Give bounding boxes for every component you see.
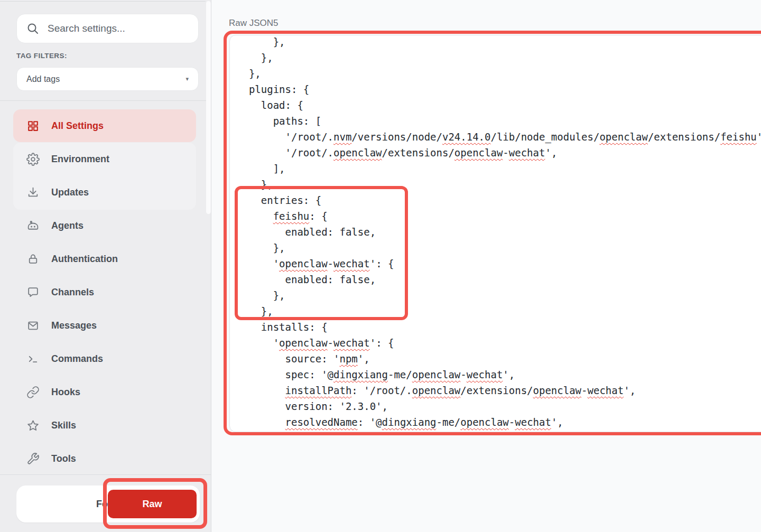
- sidebar-item-label: Agents: [51, 220, 83, 231]
- envelope-icon: [26, 319, 40, 332]
- code-line: },: [237, 179, 273, 190]
- sidebar-item-authentication[interactable]: Authentication: [13, 242, 196, 275]
- sidebar-item-label: Authentication: [51, 254, 118, 265]
- raw-json-editor[interactable]: }, }, }, plugins: { load: { paths: [ '/r…: [229, 35, 761, 432]
- lock-icon: [26, 253, 40, 266]
- sidebar-item-commands[interactable]: Commands: [13, 342, 196, 375]
- code-line: enabled: false,: [237, 226, 376, 238]
- sidebar-item-label: Messages: [51, 320, 97, 331]
- terminal-icon: [26, 352, 40, 366]
- search-placeholder: Search settings...: [48, 23, 125, 34]
- sidebar-item-tools[interactable]: Tools: [13, 442, 196, 475]
- code-line: plugins: {: [237, 83, 309, 95]
- code-line: resolvedName: '@dingxiang-me/openclaw-we…: [237, 416, 563, 428]
- sidebar-item-hooks[interactable]: Hooks: [13, 376, 196, 408]
- add-tags-value: Add tags: [26, 74, 60, 84]
- sidebar-item-channels[interactable]: Channels: [13, 276, 196, 309]
- sidebar-scrollbar-thumb[interactable]: [206, 1, 211, 214]
- sidebar-item-label: Updates: [51, 187, 89, 198]
- code-line: version: '2.3.0',: [237, 400, 388, 412]
- page-title: Raw JSON5: [229, 18, 279, 29]
- download-icon: [26, 186, 40, 199]
- sidebar-item-label: Commands: [51, 353, 103, 365]
- code-line: },: [237, 242, 285, 254]
- gear-icon: [26, 153, 40, 166]
- code-line: installs: {: [237, 321, 328, 333]
- code-line: '/root/.openclaw/extensions/openclaw-wec…: [237, 147, 557, 158]
- code-line: ],: [237, 163, 285, 174]
- code-line: feishu: {: [237, 210, 328, 222]
- sidebar-item-label: Skills: [51, 420, 76, 431]
- star-icon: [26, 419, 40, 432]
- sidebar-item-label: Tools: [51, 453, 76, 464]
- sidebar-item-all-settings[interactable]: All Settings: [13, 109, 196, 142]
- sidebar-item-label: Channels: [51, 287, 94, 298]
- code-line: spec: '@dingxiang-me/openclaw-wechat',: [237, 369, 515, 380]
- sidebar-item-skills[interactable]: Skills: [13, 409, 196, 442]
- add-tags-select[interactable]: Add tags ▾: [16, 67, 199, 91]
- search-input[interactable]: Search settings...: [16, 14, 199, 43]
- wrench-icon: [26, 452, 40, 465]
- sidebar-item-label: Environment: [51, 154, 109, 165]
- code-line: entries: {: [237, 194, 321, 206]
- settings-app: Search settings... TAG FILTERS: Add tags…: [0, 0, 761, 532]
- sidebar-divider-top: [0, 100, 211, 101]
- code-line: },: [237, 290, 285, 301]
- code-line: },: [237, 305, 273, 317]
- sidebar-item-messages[interactable]: Messages: [13, 309, 196, 342]
- code-line: '/root/.nvm/versions/node/v24.14.0/lib/n…: [237, 131, 761, 143]
- chat-bubble-icon: [26, 286, 40, 299]
- robot-icon: [26, 219, 40, 232]
- grid-icon: [26, 119, 40, 133]
- code-line: paths: [: [237, 115, 321, 127]
- code-line: },: [237, 68, 261, 79]
- code-line: 'openclaw-wechat': {: [237, 337, 394, 349]
- search-icon: [26, 22, 39, 35]
- code-line: },: [237, 52, 273, 63]
- code-line: installPath: '/root/.openclaw/extensions…: [237, 385, 636, 396]
- sidebar-divider-bottom: [0, 474, 211, 475]
- json5-code: }, }, }, plugins: { load: { paths: [ '/r…: [230, 35, 761, 430]
- code-line: enabled: false,: [237, 274, 376, 285]
- link-icon: [26, 386, 40, 399]
- sidebar-item-label: All Settings: [51, 120, 104, 132]
- sidebar-item-label: Hooks: [51, 387, 80, 398]
- view-mode-toggle: Form Raw: [16, 486, 200, 522]
- tag-filters-label: TAG FILTERS:: [16, 52, 67, 60]
- code-line: },: [237, 36, 285, 48]
- chevron-down-icon: ▾: [185, 76, 189, 82]
- raw-button[interactable]: Raw: [108, 490, 197, 518]
- sidebar: Search settings... TAG FILTERS: Add tags…: [0, 0, 211, 532]
- code-line: 'openclaw-wechat': {: [237, 258, 394, 269]
- sidebar-item-environment[interactable]: Environment: [13, 143, 196, 175]
- code-line: load: {: [237, 99, 303, 111]
- code-line: source: 'npm',: [237, 353, 370, 365]
- sidebar-nav: All SettingsEnvironmentUpdatesAgentsAuth…: [13, 109, 196, 475]
- sidebar-item-agents[interactable]: Agents: [13, 209, 196, 242]
- sidebar-item-updates[interactable]: Updates: [13, 176, 196, 209]
